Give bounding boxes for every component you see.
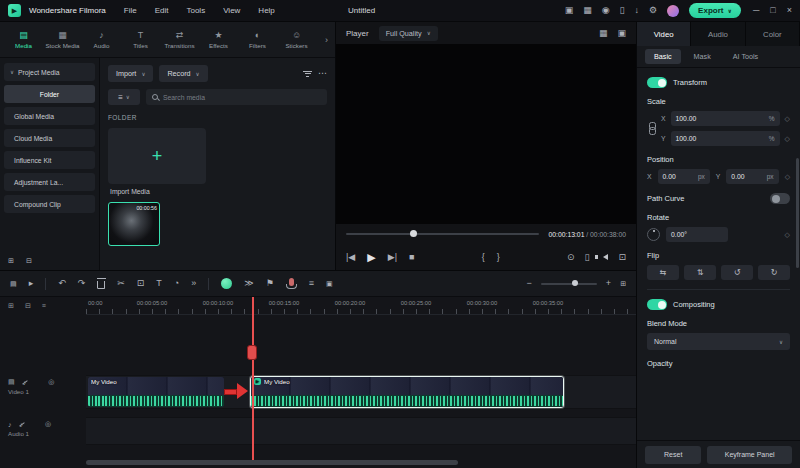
quality-dropdown[interactable]: Full Quality ∨ xyxy=(379,26,438,41)
menu-edit[interactable]: Edit xyxy=(155,6,169,15)
export-button[interactable]: Export ∨ xyxy=(689,3,741,18)
workspace-icon[interactable]: ▦ xyxy=(583,6,592,15)
rotate-ccw-button[interactable]: ↺ xyxy=(721,265,753,280)
next-frame-icon[interactable]: ▶| xyxy=(388,253,397,262)
blend-mode-dropdown[interactable]: Normal ∨ xyxy=(647,333,790,350)
tab-stickers[interactable]: ☺ Stickers xyxy=(277,30,316,49)
timeline-clip-2-selected[interactable]: ▶ My Video xyxy=(250,376,564,408)
flip-horizontal-button[interactable]: ⇆ xyxy=(647,265,679,280)
select-tool-icon[interactable]: ▸ xyxy=(29,279,34,288)
fullscreen-icon[interactable]: ⊡ xyxy=(618,253,626,262)
flip-vertical-button[interactable]: ⇅ xyxy=(684,265,716,280)
more-tools-icon[interactable]: » xyxy=(191,279,196,288)
record-button[interactable]: Record ∨ xyxy=(159,65,207,82)
hide-track-icon[interactable]: ◎ xyxy=(48,378,54,386)
voiceover-mic-icon[interactable] xyxy=(289,278,294,286)
transform-toggle[interactable] xyxy=(647,77,667,88)
snapshot-icon[interactable]: ⊙ xyxy=(567,253,575,262)
compositing-toggle[interactable] xyxy=(647,299,667,310)
tab-transitions[interactable]: ⇄ Transitions xyxy=(160,30,199,49)
add-track-icon[interactable]: ⊞ xyxy=(8,302,14,310)
stop-icon[interactable]: ■ xyxy=(409,253,414,262)
track-menu-icon[interactable]: ≡ xyxy=(42,302,46,310)
keyframe-icon[interactable]: ◇ xyxy=(785,115,790,123)
sidebar-item-adjustment-layer[interactable]: Adjustment La... xyxy=(4,173,95,191)
menu-help[interactable]: Help xyxy=(258,6,274,15)
multiview-icon[interactable]: ▦ xyxy=(599,29,608,38)
import-button[interactable]: Import ∨ xyxy=(108,65,153,82)
popout-player-icon[interactable]: ▣ xyxy=(617,29,626,38)
previous-frame-icon[interactable]: |◀ xyxy=(346,253,355,262)
menu-file[interactable]: File xyxy=(124,6,137,15)
lock-track-icon[interactable]: ◎ xyxy=(45,420,51,428)
view-mode-dropdown[interactable]: ≡ ∨ xyxy=(108,89,140,105)
fit-timeline-icon[interactable]: ⊞ xyxy=(620,280,626,287)
mute-track-icon[interactable]: ♪ xyxy=(23,379,27,386)
maximize-button[interactable]: □ xyxy=(770,6,775,15)
mark-in-icon[interactable]: { xyxy=(482,253,485,262)
tab-audio-props[interactable]: Audio xyxy=(691,22,745,46)
import-media-tile[interactable]: + xyxy=(108,128,206,184)
keyframe-icon[interactable]: ◇ xyxy=(785,231,790,239)
tab-video[interactable]: Video xyxy=(637,22,691,46)
screencast-icon[interactable]: ◉ xyxy=(602,6,610,15)
media-item-thumbnail[interactable]: 00:00:56 xyxy=(108,202,160,246)
play-icon[interactable]: ▶ xyxy=(367,252,375,263)
track-manager-icon[interactable]: ▤ xyxy=(10,280,17,287)
seek-handle[interactable] xyxy=(410,230,417,237)
minimize-button[interactable]: ─ xyxy=(753,6,759,15)
timeline-clip-1[interactable]: My Video xyxy=(88,377,224,407)
menu-tools[interactable]: Tools xyxy=(186,6,205,15)
menu-view[interactable]: View xyxy=(223,6,240,15)
avatar-effects-icon[interactable] xyxy=(221,278,232,289)
text-tool-icon[interactable]: T xyxy=(156,279,162,288)
tab-media[interactable]: ▤ Media xyxy=(4,30,43,49)
download-icon[interactable]: ↓ xyxy=(635,6,640,15)
sidebar-item-compound-clip[interactable]: Compound Clip xyxy=(4,195,95,213)
volume-icon[interactable] xyxy=(603,254,608,260)
position-x-input[interactable]: 0.00 px xyxy=(658,169,710,184)
zoom-slider[interactable] xyxy=(541,283,597,285)
rotate-cw-button[interactable]: ↻ xyxy=(758,265,790,280)
tab-titles[interactable]: T Titles xyxy=(121,30,160,49)
new-folder-icon[interactable]: ⊞ xyxy=(8,257,14,264)
tab-color[interactable]: Color xyxy=(746,22,800,46)
settings-icon[interactable]: ⚙ xyxy=(649,6,657,15)
rotate-input[interactable]: 0.00° xyxy=(666,227,728,242)
more-options-icon[interactable]: ⋯ xyxy=(318,69,327,78)
sidebar-item-influence-kit[interactable]: Influence Kit xyxy=(4,151,95,169)
rotate-dial[interactable] xyxy=(647,228,660,241)
close-button[interactable]: × xyxy=(787,6,792,15)
playhead-handle[interactable] xyxy=(247,345,257,360)
subtab-mask[interactable]: Mask xyxy=(685,49,720,64)
zoom-in-icon[interactable]: + xyxy=(606,279,611,288)
marker-icon[interactable]: ⚑ xyxy=(266,279,274,288)
crop-icon[interactable]: ⊡ xyxy=(137,279,145,288)
scale-x-input[interactable]: 100.00 % xyxy=(671,111,780,126)
subtab-basic[interactable]: Basic xyxy=(645,49,681,64)
timeline-ruler[interactable]: 00:00 00:00:05:00 00:00:10:00 00:00:15:0… xyxy=(86,297,636,315)
mirror-display-icon[interactable]: ▯ xyxy=(584,253,589,262)
keyframe-icon[interactable]: ◇ xyxy=(785,135,790,143)
seek-bar[interactable] xyxy=(346,233,539,235)
delete-icon[interactable] xyxy=(97,281,105,289)
mute-track-icon[interactable]: ♪ xyxy=(20,421,24,428)
subtab-ai-tools[interactable]: AI Tools xyxy=(724,49,767,64)
screen-record-icon[interactable]: ▣ xyxy=(326,280,333,287)
zoom-out-icon[interactable]: − xyxy=(527,279,532,288)
delete-folder-icon[interactable]: ⊟ xyxy=(26,257,32,264)
tab-effects[interactable]: ★ Effects xyxy=(199,30,238,49)
mark-out-icon[interactable]: } xyxy=(497,253,500,262)
scale-y-input[interactable]: 100.00 % xyxy=(671,131,780,146)
remove-track-icon[interactable]: ⊟ xyxy=(25,302,31,310)
link-scale-icon[interactable] xyxy=(649,122,655,135)
tabs-more-icon[interactable]: › xyxy=(325,35,331,45)
tab-filters[interactable]: ◐ Filters xyxy=(238,30,277,49)
reset-button[interactable]: Reset xyxy=(645,446,701,464)
timeline-scrollbar[interactable] xyxy=(86,460,458,465)
position-y-input[interactable]: 0.00 px xyxy=(726,169,778,184)
split-icon[interactable]: ✂ xyxy=(117,279,125,288)
user-avatar[interactable] xyxy=(667,5,679,17)
keyframe-panel-button[interactable]: Keyframe Panel xyxy=(707,446,792,464)
audio-mixer-icon[interactable]: ≡ xyxy=(309,279,314,288)
